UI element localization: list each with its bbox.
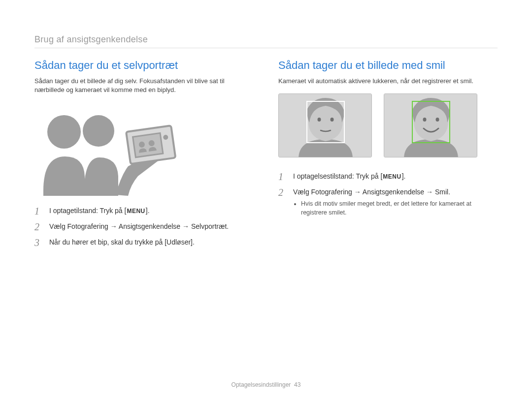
smile-frame-detected bbox=[384, 93, 477, 157]
menu-chip: MENU bbox=[382, 173, 401, 181]
menu-chip: MENU bbox=[126, 207, 145, 216]
step-item: 1 I optagelsestilstand: Tryk på [MENU]. bbox=[278, 171, 498, 182]
page-footer: Optagelsesindstillinger 43 bbox=[0, 381, 532, 388]
footer-section: Optagelsesindstillinger bbox=[232, 381, 291, 388]
svg-point-0 bbox=[47, 115, 81, 149]
intro-left: Sådan tager du et billede af dig selv. F… bbox=[34, 77, 254, 94]
section-title-right: Sådan tager du et billede med smil bbox=[278, 59, 498, 72]
breadcrumb: Brug af ansigtsgenkendelse bbox=[34, 34, 498, 45]
step-text-part: I optagelsestilstand: Tryk på [ bbox=[293, 172, 382, 180]
step-text: Vælg Fotografering → Ansigtsgenkendelse … bbox=[293, 187, 498, 219]
column-smile-shot: Sådan tager du et billede med smil Kamer… bbox=[278, 59, 498, 253]
step-text-part: ]. bbox=[146, 207, 150, 215]
divider bbox=[34, 48, 498, 48]
smile-frame-neutral bbox=[278, 93, 372, 157]
illustration-selfie bbox=[34, 102, 182, 196]
step-text: Vælg Fotografering → Ansigtsgenkendelse … bbox=[49, 221, 229, 232]
column-self-portrait: Sådan tager du et selvportræt Sådan tage… bbox=[34, 59, 254, 253]
step-item: 3 Når du hører et bip, skal du trykke på… bbox=[34, 237, 254, 248]
step-item: 1 I optagetilstand: Tryk på [MENU]. bbox=[34, 206, 254, 216]
step-text-main: Vælg Fotografering → Ansigtsgenkendelse … bbox=[293, 188, 450, 196]
steps-left: 1 I optagetilstand: Tryk på [MENU]. 2 Væ… bbox=[34, 206, 254, 248]
step-number: 2 bbox=[34, 221, 42, 232]
sub-bullet-item: Hvis dit motiv smiler meget bredt, er de… bbox=[301, 200, 498, 217]
step-number: 1 bbox=[278, 171, 286, 182]
focus-box-white bbox=[306, 101, 345, 143]
step-text-part: I optagetilstand: Tryk på [ bbox=[49, 207, 126, 215]
step-number: 3 bbox=[34, 237, 42, 248]
focus-box-green bbox=[412, 101, 450, 143]
intro-right: Kameraet vil automatisk aktivere lukkere… bbox=[278, 77, 498, 86]
svg-rect-3 bbox=[133, 133, 163, 157]
section-title-left: Sådan tager du et selvportræt bbox=[34, 59, 254, 72]
step-number: 2 bbox=[278, 187, 286, 219]
step-number: 1 bbox=[34, 206, 42, 216]
step-text-part: ]. bbox=[402, 172, 406, 180]
steps-right: 1 I optagelsestilstand: Tryk på [MENU]. … bbox=[278, 171, 498, 219]
step-item: 2 Vælg Fotografering → Ansigtsgenkendels… bbox=[278, 187, 498, 219]
step-text: Når du hører et bip, skal du trykke på [… bbox=[49, 237, 195, 248]
svg-point-1 bbox=[83, 115, 114, 147]
footer-page-number: 43 bbox=[294, 381, 300, 388]
step-text: I optagetilstand: Tryk på [MENU]. bbox=[49, 206, 150, 216]
step-text: I optagelsestilstand: Tryk på [MENU]. bbox=[293, 171, 405, 182]
content-columns: Sådan tager du et selvportræt Sådan tage… bbox=[34, 59, 498, 253]
illustration-smile-row bbox=[278, 93, 498, 157]
step-sub-bullets: Hvis dit motiv smiler meget bredt, er de… bbox=[293, 200, 498, 217]
step-item: 2 Vælg Fotografering → Ansigtsgenkendels… bbox=[34, 221, 254, 232]
